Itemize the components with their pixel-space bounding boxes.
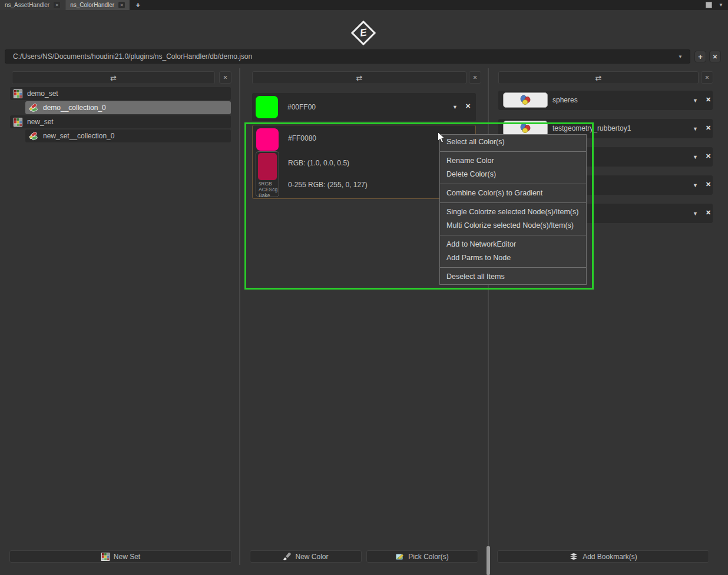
color-row-00ff00[interactable]: #00FF00 ▼ ✕ (252, 93, 476, 121)
menu-item-deselect-all-items[interactable]: Deselect all Items (440, 270, 586, 284)
rgb-255-label: 0-255 RGB: (255, 0, 127) (288, 181, 368, 189)
paintbrush-icon (283, 553, 291, 561)
tab-close-icon[interactable]: ✕ (54, 2, 60, 8)
menu-item-delete-colors[interactable]: Delete Color(s) (440, 168, 586, 181)
bookmark-delete-icon[interactable]: ✕ (706, 124, 711, 132)
color-picker-icon (396, 553, 404, 561)
set-item-label: new_set (27, 118, 54, 126)
menu-item-select-all-colors[interactable]: Select all Color(s) (440, 135, 586, 149)
panel-splitter[interactable] (239, 68, 240, 565)
add-bookmark-label: Add Bookmark(s) (583, 553, 637, 561)
color-hex-label: #FF0080 (288, 134, 316, 142)
sets-filter-input[interactable]: ⇄ (12, 71, 215, 84)
bookmarks-filter-clear-button[interactable]: ✕ (701, 71, 713, 84)
collection-item-label: demo__collection_0 (43, 104, 106, 112)
bookmark-row-spheres[interactable]: spheres ▼ ✕ (498, 91, 713, 110)
bookmark-expand-caret-icon[interactable]: ▼ (693, 126, 698, 132)
rgb-float-label: RGB: (1.0, 0.0, 0.5) (288, 159, 349, 167)
menu-separator (440, 267, 586, 268)
layers-stack-icon (569, 553, 578, 560)
database-path-value: C:/Users/NS/Documents/houdini21.0/plugin… (5, 52, 678, 61)
window-tab-bar: ns_AssetHandler ✕ ns_ColorHandler ✕ + ▼ (0, 0, 728, 10)
bookmark-label: spheres (552, 96, 578, 104)
geometry-pie-icon (518, 95, 532, 105)
colors-filter-input[interactable]: ⇄ (252, 71, 466, 84)
color-set-grid-icon (101, 553, 110, 561)
bookmarks-filter-input[interactable]: ⇄ (498, 71, 699, 84)
bookmark-expand-caret-icon[interactable]: ▼ (693, 211, 698, 217)
bookmark-delete-icon[interactable]: ✕ (706, 96, 711, 104)
new-set-label: New Set (114, 553, 140, 561)
color-hex-label: #00FF00 (287, 103, 316, 111)
bookmark-expand-caret-icon[interactable]: ▼ (693, 98, 698, 104)
tab-label: ns_AssetHandler (5, 2, 49, 8)
bookmark-node-button[interactable] (503, 92, 548, 108)
menu-separator (440, 184, 586, 184)
tab-close-icon[interactable]: ✕ (118, 2, 125, 8)
bookmark-delete-icon[interactable]: ✕ (706, 209, 711, 217)
close-database-button[interactable]: ✕ (709, 51, 721, 62)
collection-swatches-icon (29, 132, 38, 141)
menu-separator (440, 235, 586, 235)
bookmark-label: testgeometry_rubbertoy1 (552, 124, 631, 132)
tab-label: ns_ColorHandler (70, 2, 114, 8)
menu-item-rename-color[interactable]: Rename Color (440, 154, 586, 168)
geometry-pie-icon (518, 123, 532, 134)
new-tab-button[interactable]: + (130, 0, 145, 10)
collection-item-label: new_set__collection_0 (43, 132, 114, 140)
tab-ns-colorhandler[interactable]: ns_ColorHandler ✕ (65, 0, 130, 10)
database-path-combobox[interactable]: C:/Users/NS/Documents/houdini21.0/plugin… (5, 49, 690, 64)
new-color-button[interactable]: New Color (250, 550, 362, 563)
pane-icon[interactable] (706, 2, 712, 8)
color-delete-icon[interactable]: ✕ (465, 102, 471, 110)
new-set-button[interactable]: New Set (9, 550, 232, 563)
splitter-handle[interactable] (487, 546, 490, 575)
color-swatch[interactable] (256, 96, 278, 118)
collection-item-new-set-collection-0[interactable]: new_set__collection_0 (25, 129, 231, 142)
baked-label-bake: Bake (259, 193, 270, 199)
bookmark-delete-icon[interactable]: ✕ (706, 152, 711, 160)
sets-filter-clear-button[interactable]: ✕ (219, 71, 231, 84)
colors-filter-clear-button[interactable]: ✕ (469, 71, 481, 84)
bookmark-expand-caret-icon[interactable]: ▼ (693, 154, 698, 160)
set-item-demo-set[interactable]: demo_set (10, 87, 231, 100)
tabbar-right-controls: ▼ (706, 0, 728, 10)
menu-item-add-to-networkeditor[interactable]: Add to NetworkEditor (440, 238, 586, 251)
swap-arrows-icon: ⇄ (356, 74, 363, 82)
tab-ns-assethandler[interactable]: ns_AssetHandler ✕ (0, 0, 65, 10)
color-set-grid-icon (14, 89, 22, 98)
pick-color-button[interactable]: Pick Color(s) (366, 550, 478, 563)
menu-item-add-parms-to-node[interactable]: Add Parms to Node (440, 251, 586, 265)
add-database-button[interactable]: + (694, 51, 706, 62)
pane-menu-caret-icon[interactable]: ▼ (719, 3, 723, 8)
bookmark-delete-icon[interactable]: ✕ (706, 181, 711, 188)
menu-separator (440, 202, 586, 203)
path-dropdown-caret-icon[interactable]: ▼ (678, 54, 690, 59)
color-swatch[interactable] (256, 128, 279, 151)
menu-item-single-colorize[interactable]: Single Colorize selected Node(s)/Item(s) (440, 205, 586, 219)
pick-color-label: Pick Color(s) (408, 553, 449, 561)
color-expand-caret-icon[interactable]: ▼ (452, 104, 458, 110)
baked-color-swatch (258, 153, 277, 180)
menu-item-combine-colors-to-gradient[interactable]: Combine Color(s) to Gradient (440, 187, 586, 200)
bookmark-expand-caret-icon[interactable]: ▼ (693, 182, 698, 188)
baked-color-box[interactable]: sRGB ACEScg Bake (256, 151, 279, 197)
context-menu: Select all Color(s) Rename Color Delete … (439, 134, 587, 285)
sets-panel: ⇄ ✕ demo_set demo__collection_0 new_set … (6, 69, 236, 568)
swap-arrows-icon: ⇄ (110, 74, 117, 82)
color-set-grid-icon (14, 118, 22, 127)
set-item-label: demo_set (27, 89, 58, 98)
swap-arrows-icon: ⇄ (595, 74, 602, 82)
logo-letter: E (348, 17, 379, 49)
add-bookmark-button[interactable]: Add Bookmark(s) (497, 550, 709, 563)
app-logo: E (349, 19, 378, 47)
menu-item-multi-colorize[interactable]: Multi Colorize selected Node(s)/Item(s) (440, 219, 586, 232)
menu-separator (440, 151, 586, 152)
new-color-label: New Color (295, 553, 328, 561)
set-item-new-set[interactable]: new_set (10, 115, 231, 128)
collection-swatches-icon (29, 104, 38, 112)
collection-item-demo-collection-0[interactable]: demo__collection_0 (25, 101, 231, 114)
